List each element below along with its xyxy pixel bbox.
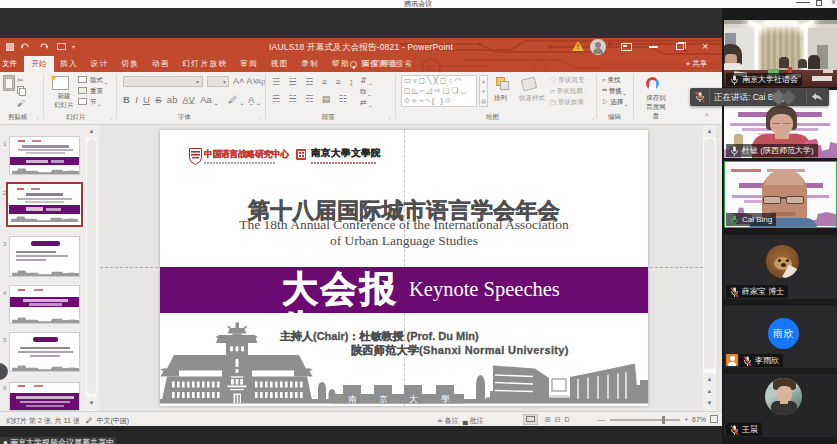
svg-text:K: K bbox=[426, 62, 436, 72]
svg-text:大: 大 bbox=[409, 394, 418, 404]
svg-text:京: 京 bbox=[379, 394, 388, 404]
svg-text:學: 學 bbox=[441, 394, 450, 404]
svg-text:南: 南 bbox=[348, 394, 357, 404]
